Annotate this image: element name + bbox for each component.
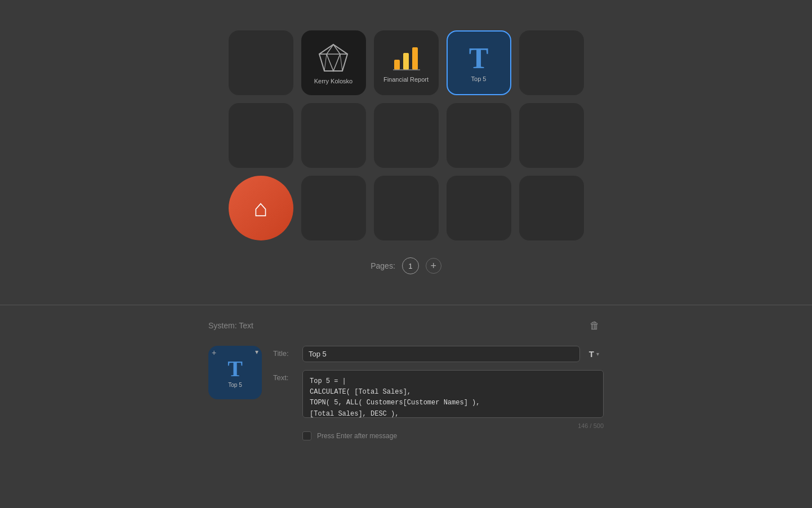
preview-letter: T [227,358,243,380]
preview-plus-icon: + [212,348,216,357]
top5-letter-icon: T [469,44,489,73]
grid-item-top5[interactable]: T Top 5 [447,30,511,95]
grid-item-empty-11[interactable] [519,176,584,240]
pages-section: Pages: 1 + [371,257,441,274]
form-fields: Title: T ▾ Text: Top 5 = | CALCULATE( [T… [273,346,604,440]
diamond-icon [316,42,350,75]
top-section: Kerry Kolosko Financial Report T Top 5 [0,0,812,305]
text-label: Text: [273,370,296,382]
financial-label: Financial Report [383,76,429,83]
enter-row: Press Enter after message [302,431,604,440]
title-input-wrapper: T ▾ [302,346,604,362]
grid-item-empty-3[interactable] [229,103,293,168]
grid-item-kerry[interactable]: Kerry Kolosko [301,30,366,95]
delete-button[interactable]: 🗑 [586,317,604,335]
grid-item-empty-10[interactable] [447,176,511,240]
system-title: System: Text [208,321,253,330]
grid-item-empty-1[interactable] [229,30,293,95]
svg-marker-0 [319,44,347,71]
text-content-input[interactable]: Top 5 = | CALCULATE( [Total Sales], TOPN… [302,370,604,418]
add-page-button[interactable]: + [426,258,441,274]
grid-item-empty-9[interactable] [374,176,439,240]
preview-chevron-icon: ▾ [255,348,258,356]
font-chevron-icon: ▾ [596,351,599,357]
bottom-section: System: Text 🗑 + ▾ T Top 5 Title: T [0,305,812,508]
title-row: Title: T ▾ [273,346,604,362]
page-1-badge[interactable]: 1 [402,257,419,274]
grid-item-empty-2[interactable] [519,30,584,95]
title-label: Title: [273,346,296,358]
preview-label: Top 5 [228,382,242,388]
svg-rect-9 [412,47,418,70]
trash-icon: 🗑 [590,320,600,332]
title-input[interactable] [302,346,580,362]
grid-item-empty-4[interactable] [301,103,366,168]
grid-item-empty-7[interactable] [519,103,584,168]
svg-marker-1 [327,44,340,71]
enter-label: Press Enter after message [317,432,397,440]
font-t-icon: T [589,349,594,359]
svg-line-4 [340,54,342,71]
app-grid: Kerry Kolosko Financial Report T Top 5 [229,30,584,240]
char-count: 146 / 500 [302,422,604,429]
bar-chart-icon [391,43,422,74]
text-area-wrapper: Top 5 = | CALCULATE( [Total Sales], TOPN… [302,370,604,440]
grid-item-empty-6[interactable] [447,103,511,168]
svg-line-3 [324,54,327,71]
top5-label: Top 5 [471,75,487,82]
system-header: System: Text 🗑 [208,317,604,335]
font-style-button[interactable]: T ▾ [585,347,604,361]
svg-rect-7 [394,60,400,70]
grid-item-home[interactable]: ⌂ [229,176,293,240]
tile-preview[interactable]: + ▾ T Top 5 [208,346,262,399]
home-icon: ⌂ [253,195,267,222]
press-enter-toggle[interactable] [302,431,311,440]
text-row: Text: Top 5 = | CALCULATE( [Total Sales]… [273,370,604,440]
grid-item-empty-8[interactable] [301,176,366,240]
kerry-label: Kerry Kolosko [314,78,353,84]
bottom-content: + ▾ T Top 5 Title: T ▾ Text: [208,346,604,440]
pages-label: Pages: [371,261,395,270]
grid-item-empty-5[interactable] [374,103,439,168]
svg-rect-8 [403,53,409,70]
grid-item-financial[interactable]: Financial Report [374,30,439,95]
